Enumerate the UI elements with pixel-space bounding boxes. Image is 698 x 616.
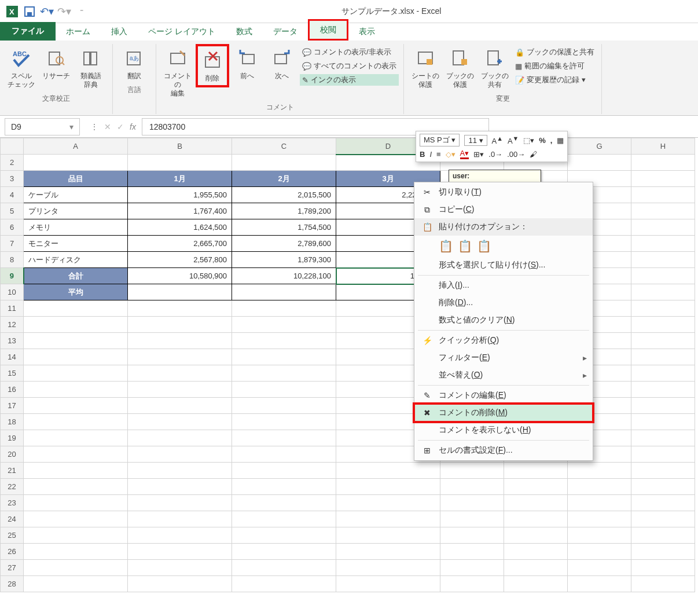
enter-icon[interactable]: ✓ (117, 122, 124, 131)
spellcheck-button[interactable]: ABCスペルチェック (5, 44, 38, 91)
row-header[interactable]: 2 (1, 155, 24, 171)
cell[interactable]: 1月 (128, 171, 232, 187)
qat-customize-icon[interactable]: ⁼ (74, 4, 89, 19)
cell[interactable]: 2,015,500 (232, 187, 336, 203)
cell[interactable]: 10,228,100 (232, 268, 336, 284)
cell[interactable]: 2月 (232, 171, 336, 187)
borders-icon[interactable]: ⊞▾ (473, 150, 484, 159)
tab-file[interactable]: ファイル (0, 22, 56, 41)
cell[interactable]: 1,767,400 (128, 203, 232, 219)
row-header[interactable]: 6 (1, 219, 24, 236)
row-header[interactable]: 20 (1, 446, 24, 463)
track-changes[interactable]: 📝変更履歴の記録 ▾ (513, 74, 597, 86)
tab-home[interactable]: ホーム (56, 23, 101, 41)
edit-comment-button[interactable]: コメントの編集 (161, 44, 194, 100)
increase-decimal-icon[interactable]: .0→ (488, 150, 502, 159)
save-icon[interactable] (22, 4, 37, 19)
tab-data[interactable]: データ (263, 23, 308, 41)
ctx-sort[interactable]: 並べ替え(O)▸ (414, 366, 593, 384)
research-button[interactable]: リサーチ (39, 44, 73, 83)
cell[interactable]: 2,665,700 (128, 236, 232, 252)
thesaurus-button[interactable]: 類義語辞典 (74, 44, 108, 91)
cell[interactable] (128, 284, 232, 300)
tab-view[interactable]: 表示 (348, 23, 385, 41)
row-header[interactable]: 9 (1, 268, 24, 284)
ctx-delete-comment[interactable]: ✖コメントの削除(M) (414, 404, 593, 421)
size-select[interactable]: 11 ▾ (464, 135, 487, 146)
row-header[interactable]: 13 (1, 333, 24, 349)
prev-comment-button[interactable]: 前へ (230, 44, 264, 83)
cell[interactable] (232, 284, 336, 300)
show-all-comments[interactable]: 💬すべてのコメントの表示 (300, 60, 399, 72)
font-select[interactable]: MS Pゴ ▾ (420, 134, 460, 146)
name-box[interactable]: D9▾ (5, 118, 80, 135)
align-icon[interactable]: ≡ (436, 150, 441, 159)
ctx-paste-special[interactable]: 形式を選択して貼り付け(S)... (414, 256, 593, 274)
increase-font-icon[interactable]: A▲ (492, 135, 503, 145)
cell[interactable]: 品目 (24, 171, 128, 187)
format-painter-icon[interactable]: 🖌 (530, 150, 537, 159)
row-header[interactable]: 23 (1, 495, 24, 511)
cell[interactable]: ケーブル (24, 187, 128, 203)
border-icon[interactable]: ▦ (557, 136, 564, 145)
ctx-insert[interactable]: 挿入(I)... (414, 277, 593, 294)
row-header[interactable]: 11 (1, 300, 24, 317)
col-header[interactable]: G (568, 138, 631, 155)
row-header[interactable]: 27 (1, 560, 24, 576)
select-all[interactable] (1, 138, 24, 155)
ctx-cut[interactable]: ✂切り取り(T) (414, 184, 593, 201)
row-header[interactable]: 28 (1, 576, 24, 592)
share-book-button[interactable]: ブックの共有 (478, 44, 512, 91)
cell[interactable]: 1,754,500 (232, 219, 336, 236)
row-header[interactable]: 15 (1, 365, 24, 382)
ctx-clear[interactable]: 数式と値のクリア(N) (414, 311, 593, 329)
row-header[interactable]: 10 (1, 284, 24, 300)
cell[interactable]: 合計 (24, 268, 128, 284)
cell[interactable]: 2,567,800 (128, 252, 232, 268)
redo-icon[interactable]: ↷▾ (57, 4, 72, 19)
cell[interactable]: 1,879,300 (232, 252, 336, 268)
cell[interactable]: 平均 (24, 284, 128, 300)
row-header[interactable]: 19 (1, 430, 24, 446)
tab-review[interactable]: 校閲 (308, 19, 348, 41)
comma-icon[interactable]: , (550, 136, 553, 145)
protect-sheet-button[interactable]: シートの保護 (409, 44, 442, 91)
next-comment-button[interactable]: 次へ (265, 44, 299, 83)
tab-pagelayout[interactable]: ページ レイアウト (138, 23, 226, 41)
cell[interactable]: 2,789,600 (232, 236, 336, 252)
row-header[interactable]: 12 (1, 317, 24, 333)
col-header[interactable]: C (232, 138, 336, 155)
ctx-quick-analysis[interactable]: ⚡クイック分析(Q) (414, 332, 593, 349)
row-header[interactable]: 14 (1, 349, 24, 365)
row-header[interactable]: 8 (1, 252, 24, 268)
cell[interactable]: ハードディスク (24, 252, 128, 268)
ctx-delete[interactable]: 削除(D)... (414, 294, 593, 311)
show-hide-comment[interactable]: 💬コメントの表示/非表示 (300, 46, 399, 58)
protect-share[interactable]: 🔒ブックの保護と共有 (513, 46, 597, 58)
fx-icon[interactable]: fx (130, 122, 136, 131)
show-ink[interactable]: ✎インクの表示 (300, 74, 399, 86)
protect-book-button[interactable]: ブックの保護 (443, 44, 477, 91)
row-header[interactable]: 25 (1, 527, 24, 544)
row-header[interactable]: 18 (1, 414, 24, 430)
decrease-font-icon[interactable]: A▼ (508, 135, 519, 145)
row-header[interactable]: 21 (1, 463, 24, 479)
ctx-format-cells[interactable]: ⊞セルの書式設定(F)... (414, 442, 593, 459)
col-header[interactable]: A (24, 138, 128, 155)
cell[interactable]: メモリ (24, 219, 128, 236)
cell[interactable]: 1,624,500 (128, 219, 232, 236)
cancel-icon[interactable]: ✕ (104, 122, 111, 131)
translate-button[interactable]: aあ翻訳 (117, 44, 151, 83)
allow-range[interactable]: ▦範囲の編集を許可 (513, 60, 597, 72)
cell[interactable]: 1,789,200 (232, 203, 336, 219)
bold-icon[interactable]: B (420, 150, 425, 159)
col-header[interactable]: H (631, 138, 695, 155)
row-header[interactable]: 7 (1, 236, 24, 252)
row-header[interactable]: 4 (1, 187, 24, 203)
col-header[interactable]: B (128, 138, 232, 155)
cell[interactable]: プリンタ (24, 203, 128, 219)
row-header[interactable]: 22 (1, 479, 24, 495)
row-header[interactable]: 26 (1, 544, 24, 560)
worksheet-grid[interactable]: A B C D E F G H 2 3 品目 1月 2月 3月 4 ケーブル 1… (0, 138, 698, 592)
undo-icon[interactable]: ↶▾ (39, 4, 54, 19)
